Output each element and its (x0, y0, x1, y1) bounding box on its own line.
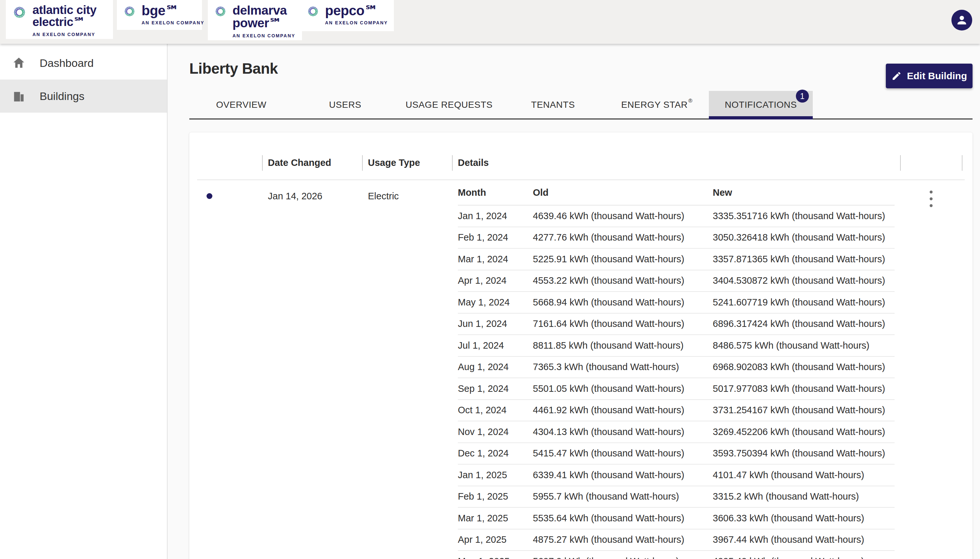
entry-new-value: 5017.977083 kWh (thousand Watt-hours) (713, 384, 895, 394)
entry-new-value: 3404.530872 kWh (thousand Watt-hours) (713, 275, 895, 286)
entry-new-value: 3269.452206 kWh (thousand Watt-hours) (713, 427, 895, 437)
brand-name-line: delmarva (232, 4, 295, 17)
entry-month: Nov 1, 2024 (458, 427, 533, 437)
details-entry-row: Jan 1, 2025 6339.41 kWh (thousand Watt-h… (458, 465, 895, 486)
tab-label: USAGE REQUESTS (406, 100, 493, 110)
main-content: Liberty Bank Edit Building OVERVIEW USER… (167, 44, 980, 559)
entry-old-value: 5668.94 kWh (thousand Watt-hours) (533, 297, 713, 308)
entry-old-value: 8811.85 kWh (thousand Watt-hours) (533, 340, 713, 351)
brand-tagline: AN EXELON COMPANY (232, 33, 295, 38)
entry-old-value: 5501.05 kWh (thousand Watt-hours) (533, 384, 713, 394)
sidebar-item-buildings[interactable]: Buildings (0, 79, 167, 112)
column-header-details: Details (458, 157, 489, 168)
sidebar-item-label: Dashboard (40, 57, 94, 69)
tab-users[interactable]: USERS (293, 91, 397, 119)
entry-month: Mar 1, 2024 (458, 254, 533, 265)
row-actions-kebab-button[interactable] (922, 189, 939, 208)
entry-month: Feb 1, 2024 (458, 232, 533, 243)
entry-old-value: 5415.47 kWh (thousand Watt-hours) (533, 448, 713, 459)
entry-old-value: 6339.41 kWh (thousand Watt-hours) (533, 470, 713, 480)
exelon-swirl-icon (306, 4, 321, 19)
entry-new-value: 3593.750394 kWh (thousand Watt-hours) (713, 448, 895, 459)
entry-old-value: 4461.92 kWh (thousand Watt-hours) (533, 405, 713, 415)
details-table-body: Jan 1, 2024 4639.46 kWh (thousand Watt-h… (458, 205, 895, 559)
entry-new-value: 3050.326418 kWh (thousand Watt-hours) (713, 232, 895, 243)
column-divider (262, 155, 263, 171)
tab-label: NOTIFICATIONS (725, 100, 797, 110)
brand-name-line: bge℠ (142, 4, 205, 18)
entry-new-value: 3731.254167 kWh (thousand Watt-hours) (713, 405, 895, 415)
tab-energy-star[interactable]: ENERGY STAR ® (605, 91, 709, 119)
column-divider (962, 155, 962, 171)
avatar-icon (955, 14, 968, 26)
details-entry-row: Feb 1, 2024 4277.76 kWh (thousand Watt-h… (458, 227, 895, 249)
entry-new-value: 3315.2 kWh (thousand Watt-hours) (713, 491, 895, 502)
entry-month: Jan 1, 2025 (458, 470, 533, 480)
entry-new-value: 6968.902083 kWh (thousand Watt-hours) (713, 362, 895, 372)
brand-bge: bge℠ AN EXELON COMPANY (117, 0, 202, 30)
tab-label: USERS (329, 100, 361, 110)
edit-building-button[interactable]: Edit Building (886, 64, 973, 88)
home-icon (12, 56, 26, 70)
details-header-row: Month Old New (458, 180, 895, 205)
buildings-icon (12, 89, 26, 103)
tab-label: OVERVIEW (216, 100, 266, 110)
page-title: Liberty Bank (189, 60, 278, 77)
brand-name-line: atlantic city (33, 4, 96, 16)
entry-old-value: 4277.76 kWh (thousand Watt-hours) (533, 232, 713, 243)
entry-new-value: 3357.871365 kWh (thousand Watt-hours) (713, 254, 895, 265)
usage-type-cell: Electric (368, 191, 399, 202)
details-column-old: Old (533, 187, 713, 198)
table-header-row: Date Changed Usage Type Details (189, 132, 973, 180)
column-divider (362, 155, 363, 171)
details-entry-row: Apr 1, 2024 4553.22 kWh (thousand Watt-h… (458, 270, 895, 292)
entry-new-value: 4995.49 kWh (thousand Watt-hours) (713, 556, 895, 559)
brand-name-line: pepco℠ (325, 4, 388, 18)
entry-old-value: 5697.9 kWh (thousand Watt-hours) (533, 556, 713, 559)
user-avatar-button[interactable] (952, 10, 972, 30)
tab-label: ENERGY STAR (621, 100, 688, 110)
details-column-new: New (713, 187, 895, 198)
tab-usage-requests[interactable]: USAGE REQUESTS (397, 91, 501, 119)
sidebar: Dashboard Buildings (0, 44, 167, 559)
details-entry-row: Nov 1, 2024 4304.13 kWh (thousand Watt-h… (458, 421, 895, 443)
tab-tenants[interactable]: TENANTS (501, 91, 605, 119)
tab-notifications[interactable]: NOTIFICATIONS 1 (709, 91, 813, 119)
top-header: atlantic city electric℠ AN EXELON COMPAN… (0, 0, 980, 44)
brand-delmarva-power: delmarva power℠ AN EXELON COMPANY (208, 0, 302, 40)
entry-old-value: 5225.91 kWh (thousand Watt-hours) (533, 254, 713, 265)
entry-new-value: 5241.607719 kWh (thousand Watt-hours) (713, 297, 895, 308)
entry-month: Jan 1, 2024 (458, 211, 533, 222)
entry-old-value: 5955.7 kWh (thousand Watt-hours) (533, 491, 713, 502)
details-entry-row: Jan 1, 2024 4639.46 kWh (thousand Watt-h… (458, 205, 895, 227)
details-entry-row: May 1, 2025 5697.9 kWh (thousand Watt-ho… (458, 551, 895, 559)
entry-month: Mar 1, 2025 (458, 513, 533, 524)
entry-old-value: 5535.64 kWh (thousand Watt-hours) (533, 513, 713, 524)
entry-new-value: 4101.47 kWh (thousand Watt-hours) (713, 470, 895, 480)
details-entry-row: Feb 1, 2025 5955.7 kWh (thousand Watt-ho… (458, 486, 895, 508)
entry-month: Sep 1, 2024 (458, 384, 533, 394)
notification-count-badge: 1 (796, 89, 809, 103)
brand-tagline: AN EXELON COMPANY (33, 32, 96, 37)
entry-new-value: 8486.575 kWh (thousand Watt-hours) (713, 340, 895, 351)
tab-superscript: ® (689, 98, 693, 104)
entry-month: May 1, 2024 (458, 297, 533, 308)
sidebar-item-dashboard[interactable]: Dashboard (0, 46, 167, 79)
unread-dot (207, 193, 212, 199)
tab-overview[interactable]: OVERVIEW (189, 91, 293, 119)
tab-label: TENANTS (531, 100, 575, 110)
entry-month: Apr 1, 2024 (458, 275, 533, 286)
entry-old-value: 4639.46 kWh (thousand Watt-hours) (533, 211, 713, 222)
column-divider (452, 155, 453, 171)
entry-old-value: 7365.3 kWh (thousand Watt-hours) (533, 362, 713, 372)
details-entry-row: Jul 1, 2024 8811.85 kWh (thousand Watt-h… (458, 335, 895, 357)
pencil-icon (891, 71, 902, 81)
entry-month: Oct 1, 2024 (458, 405, 533, 415)
details-entry-row: May 1, 2024 5668.94 kWh (thousand Watt-h… (458, 292, 895, 314)
details-entry-row: Mar 1, 2024 5225.91 kWh (thousand Watt-h… (458, 249, 895, 270)
entry-new-value: 3606.33 kWh (thousand Watt-hours) (713, 513, 895, 524)
entry-month: Apr 1, 2025 (458, 534, 533, 545)
entry-month: Feb 1, 2025 (458, 491, 533, 502)
exelon-swirl-icon (122, 4, 137, 19)
details-entry-row: Aug 1, 2024 7365.3 kWh (thousand Watt-ho… (458, 357, 895, 379)
